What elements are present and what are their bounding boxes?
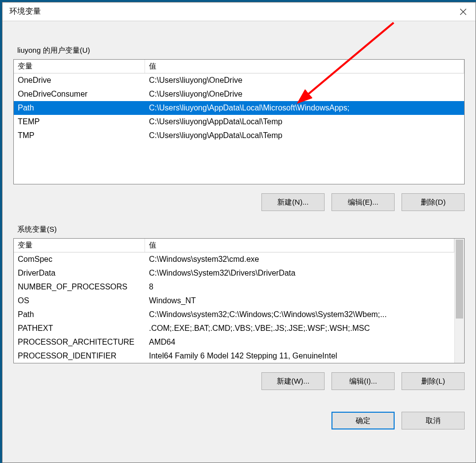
sys-vars-label: 系统变量(S) — [17, 225, 465, 234]
var-value-cell: C:\Windows\system32;C:\Windows;C:\Window… — [145, 310, 454, 319]
ok-button[interactable]: 确定 — [331, 412, 395, 429]
scrollbar-thumb[interactable] — [456, 240, 463, 319]
var-name-cell: PROCESSOR_ARCHITECTURE — [14, 338, 145, 347]
var-name-cell: OneDrive — [14, 76, 145, 85]
user-edit-button[interactable]: 编辑(E)... — [331, 193, 395, 211]
var-value-cell: C:\Windows\System32\Drivers\DriverData — [145, 269, 454, 278]
table-row[interactable]: ComSpecC:\Windows\system32\cmd.exe — [14, 252, 454, 266]
user-vars-label: liuyong 的用户变量(U) — [17, 46, 465, 55]
sys-scrollbar[interactable] — [454, 239, 464, 363]
var-name-cell: PATHEXT — [14, 324, 145, 333]
var-value-cell: AMD64 — [145, 338, 454, 347]
user-vars-list[interactable]: 变量 值 OneDriveC:\Users\liuyong\OneDriveOn… — [13, 59, 465, 184]
cancel-button[interactable]: 取消 — [402, 412, 465, 429]
table-row[interactable]: TEMPC:\Users\liuyong\AppData\Local\Temp — [14, 115, 464, 129]
titlebar: 环境变量 — [2, 2, 476, 21]
var-name-cell: TEMP — [14, 117, 145, 126]
user-delete-button[interactable]: 删除(D) — [402, 193, 465, 211]
var-name-cell: OS — [14, 296, 145, 305]
col-header-var[interactable]: 变量 — [14, 239, 145, 252]
table-row[interactable]: TMPC:\Users\liuyong\AppData\Local\Temp — [14, 129, 464, 142]
sys-vars-header[interactable]: 变量 值 — [14, 239, 454, 252]
var-name-cell: PROCESSOR_IDENTIFIER — [14, 352, 145, 360]
var-name-cell: Path — [14, 310, 145, 319]
var-name-cell: Path — [14, 104, 145, 112]
env-vars-dialog: 环境变量 liuyong 的用户变量(U) 变量 值 OneDriveC:\Us… — [2, 2, 476, 463]
var-name-cell: DriverData — [14, 269, 145, 278]
sys-vars-list[interactable]: 变量 值 ComSpecC:\Windows\system32\cmd.exeD… — [13, 238, 465, 363]
window-title: 环境变量 — [9, 6, 41, 17]
var-value-cell: Windows_NT — [145, 296, 454, 305]
table-row[interactable]: PROCESSOR_ARCHITECTUREAMD64 — [14, 335, 454, 349]
var-value-cell: .COM;.EXE;.BAT;.CMD;.VBS;.VBE;.JS;.JSE;.… — [145, 324, 454, 333]
col-header-val[interactable]: 值 — [145, 60, 464, 73]
sys-delete-button[interactable]: 删除(L) — [402, 372, 465, 390]
table-row[interactable]: OneDriveConsumerC:\Users\liuyong\OneDriv… — [14, 87, 464, 101]
sys-buttons: 新建(W)... 编辑(I)... 删除(L) — [13, 372, 465, 390]
table-row[interactable]: PATHEXT.COM;.EXE;.BAT;.CMD;.VBS;.VBE;.JS… — [14, 321, 454, 335]
user-buttons: 新建(N)... 编辑(E)... 删除(D) — [13, 193, 465, 211]
table-row[interactable]: DriverDataC:\Windows\System32\Drivers\Dr… — [14, 266, 454, 280]
user-new-button[interactable]: 新建(N)... — [261, 193, 325, 211]
table-row[interactable]: PROCESSOR_IDENTIFIERIntel64 Family 6 Mod… — [14, 349, 454, 363]
var-name-cell: OneDriveConsumer — [14, 90, 145, 99]
var-name-cell: NUMBER_OF_PROCESSORS — [14, 283, 145, 291]
user-vars-header[interactable]: 变量 值 — [14, 60, 464, 73]
dialog-content: liuyong 的用户变量(U) 变量 值 OneDriveC:\Users\l… — [2, 21, 476, 440]
var-value-cell: 8 — [145, 283, 454, 291]
close-icon — [460, 8, 467, 15]
var-name-cell: ComSpec — [14, 255, 145, 264]
sys-new-button[interactable]: 新建(W)... — [261, 372, 325, 390]
var-value-cell: C:\Users\liuyong\OneDrive — [145, 90, 464, 99]
var-value-cell: C:\Users\liuyong\AppData\Local\Microsoft… — [145, 104, 464, 112]
table-row[interactable]: OneDriveC:\Users\liuyong\OneDrive — [14, 73, 464, 87]
var-value-cell: C:\Windows\system32\cmd.exe — [145, 255, 454, 264]
var-value-cell: Intel64 Family 6 Model 142 Stepping 11, … — [145, 352, 454, 360]
table-row[interactable]: PathC:\Users\liuyong\AppData\Local\Micro… — [14, 101, 464, 115]
table-row[interactable]: NUMBER_OF_PROCESSORS8 — [14, 280, 454, 294]
sys-edit-button[interactable]: 编辑(I)... — [331, 372, 395, 390]
var-name-cell: TMP — [14, 131, 145, 140]
var-value-cell: C:\Users\liuyong\AppData\Local\Temp — [145, 131, 464, 140]
col-header-val[interactable]: 值 — [145, 239, 454, 252]
var-value-cell: C:\Users\liuyong\OneDrive — [145, 76, 464, 85]
table-row[interactable]: OSWindows_NT — [14, 294, 454, 308]
dialog-footer-buttons: 确定 取消 — [13, 412, 465, 429]
var-value-cell: C:\Users\liuyong\AppData\Local\Temp — [145, 117, 464, 126]
col-header-var[interactable]: 变量 — [14, 60, 145, 73]
close-button[interactable] — [451, 2, 476, 21]
table-row[interactable]: PathC:\Windows\system32;C:\Windows;C:\Wi… — [14, 308, 454, 321]
